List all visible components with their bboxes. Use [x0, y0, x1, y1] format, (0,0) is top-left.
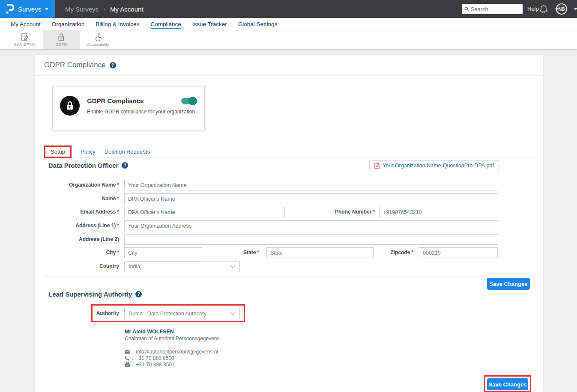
- product-switcher[interactable]: Surveys: [0, 0, 55, 18]
- page-title: GDPR Compliance: [44, 61, 106, 69]
- authority-contact-title: Chairman of Autoriteit Persoonsgegevens: [125, 336, 219, 342]
- product-name: Surveys: [18, 6, 41, 13]
- breadcrumb-my-account: My Account: [110, 6, 144, 13]
- search-input[interactable]: [471, 6, 520, 12]
- address-line1-field[interactable]: [124, 220, 498, 231]
- dpo-name-field[interactable]: [124, 193, 498, 204]
- contact-separator: :: [132, 355, 133, 361]
- dpo-heading-text: Data Protection Officer: [48, 162, 118, 169]
- lsa-heading-text: Lead Supervising Authority: [48, 291, 132, 298]
- country-select-value: India: [129, 264, 140, 270]
- authority-fax: +31 70 888 8501: [136, 362, 174, 368]
- label-organization-name: Organization Name*: [35, 180, 119, 190]
- address-line2-field[interactable]: [124, 234, 498, 245]
- state-field[interactable]: [266, 247, 374, 258]
- lsa-save-changes-button[interactable]: Save Changes: [487, 378, 528, 390]
- toggle-knob: [188, 97, 197, 105]
- city-field[interactable]: [124, 247, 202, 258]
- tab-policy[interactable]: Policy: [81, 148, 96, 155]
- tab-gdpr[interactable]: GDPR: [43, 30, 80, 49]
- search-box[interactable]: [462, 4, 523, 14]
- envelope-icon: [125, 350, 130, 354]
- gdpr-compliance-panel: GDPR Compliance GDPR Compliance Enable G…: [35, 55, 543, 392]
- tab-accessibility-label: Accessibility: [87, 42, 109, 47]
- contact-separator: :: [132, 362, 134, 368]
- dpo-section-heading: Data Protection Officer: [48, 162, 128, 169]
- phone-icon: [125, 356, 130, 361]
- dpo-save-changes-button[interactable]: Save Changes: [487, 278, 530, 290]
- panel-title-bar: GDPR Compliance: [35, 55, 543, 76]
- country-select[interactable]: India: [124, 261, 240, 272]
- lock-icon: [65, 101, 75, 111]
- page-title-help-icon[interactable]: [110, 62, 116, 68]
- top-bar: Surveys My Surveys › My Account Help NB: [0, 0, 577, 18]
- nav-organization[interactable]: Organization: [46, 21, 90, 27]
- tab-accessibility[interactable]: Accessibility: [80, 30, 117, 49]
- account-menu-caret-icon[interactable]: [574, 8, 577, 10]
- pdf-file-icon: [374, 163, 380, 169]
- zipcode-field[interactable]: [419, 247, 498, 258]
- email-address-field[interactable]: [124, 207, 285, 217]
- section-divider: [44, 276, 534, 276]
- help-link[interactable]: Help: [527, 0, 539, 18]
- padlock-icon: [57, 33, 65, 41]
- label-authority: Authority: [35, 308, 119, 319]
- nav-compliance[interactable]: Compliance: [145, 21, 186, 27]
- nav-billing-invoices[interactable]: Billing & Invoices: [90, 21, 145, 27]
- account-nav: My Account Organization Billing & Invoic…: [0, 18, 577, 30]
- breadcrumb: My Surveys › My Account: [65, 0, 144, 18]
- document-pencil-icon: [21, 33, 29, 41]
- authority-phone-row: : +31 70 888 8500: [125, 355, 174, 361]
- contact-separator: :: [132, 349, 134, 355]
- label-state: State*: [215, 247, 259, 258]
- tab-can-spam[interactable]: CAN-SPAM: [6, 30, 43, 49]
- label-address-line1: Address (Line 1)*: [35, 220, 119, 231]
- lsa-help-icon[interactable]: [135, 291, 142, 297]
- organization-name-field[interactable]: [124, 180, 498, 190]
- nav-global-settings[interactable]: Global Settings: [233, 21, 283, 27]
- fax-icon: [125, 362, 130, 367]
- authority-select[interactable]: Dutch - Data Protection Authority: [124, 308, 240, 319]
- questionpro-logo: [6, 3, 14, 15]
- nav-issue-tracker[interactable]: Issue Tracker: [187, 21, 233, 27]
- breadcrumb-separator-icon: ›: [103, 6, 105, 12]
- gdpr-card-title: GDPR Compliance: [87, 97, 144, 104]
- phone-number-field[interactable]: [379, 207, 498, 217]
- label-zipcode: Zipcode*: [368, 247, 413, 258]
- breadcrumb-my-surveys[interactable]: My Surveys: [65, 6, 99, 13]
- nav-my-account[interactable]: My Account: [5, 21, 46, 27]
- compliance-icon-tabs: CAN-SPAM GDPR Accessibility: [0, 30, 577, 49]
- authority-contact-name: Mr Aleid WOLFSEN: [125, 329, 174, 335]
- gdpr-toggle-card: GDPR Compliance Enable GDPR compliance f…: [52, 86, 205, 130]
- search-icon: [464, 6, 469, 12]
- authority-email-row: : info@autoriteitpersoonsgegevens.nl: [125, 348, 218, 355]
- gdpr-enable-toggle[interactable]: [181, 98, 197, 104]
- label-name: Name*: [35, 193, 119, 204]
- tab-setup[interactable]: Setup: [44, 146, 72, 158]
- authority-email: info@autoriteitpersoonsgegevens.nl: [136, 349, 218, 355]
- chevron-down-icon: [45, 8, 48, 10]
- label-country: Country: [35, 261, 119, 272]
- lock-badge: [60, 96, 80, 116]
- tab-gdpr-label: GDPR: [56, 42, 67, 47]
- label-email-address: Email Address*: [35, 207, 119, 217]
- label-city: City*: [35, 247, 119, 258]
- dpa-pdf-filename: Your Organization Name-QuestionPro-DPA.p…: [383, 163, 494, 169]
- gdpr-sub-tabs: Setup Policy Deletion Requests: [44, 146, 534, 158]
- lsa-section-heading: Lead Supervising Authority: [48, 291, 142, 298]
- user-avatar[interactable]: NB: [556, 3, 567, 15]
- accessibility-wheelchair-icon: [94, 33, 102, 41]
- dpa-pdf-button[interactable]: Your Organization Name-QuestionPro-DPA.p…: [369, 160, 499, 171]
- chevron-down-icon: [230, 312, 236, 315]
- authority-select-value: Dutch - Data Protection Authority: [129, 311, 206, 317]
- tab-deletion-requests[interactable]: Deletion Requests: [105, 148, 150, 155]
- authority-phone: +31 70 888 8500: [135, 355, 174, 361]
- notifications-bell-icon[interactable]: [539, 4, 548, 14]
- authority-fax-row: : +31 70 888 8501: [125, 361, 175, 368]
- label-address-line2: Address (Line 2): [35, 234, 119, 245]
- dpo-help-icon[interactable]: [122, 162, 128, 169]
- tab-can-spam-label: CAN-SPAM: [14, 42, 35, 47]
- avatar-initials: NB: [558, 6, 565, 12]
- gdpr-card-description: Enable GDPR compliance for your organiza…: [87, 109, 195, 115]
- chevron-down-icon: [230, 265, 236, 268]
